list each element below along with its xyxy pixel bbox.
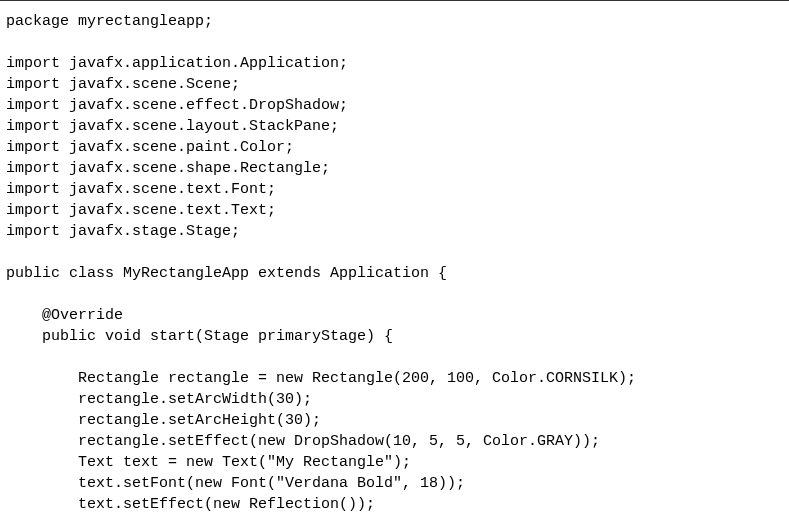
code-block: package myrectangleapp; import javafx.ap… [6, 11, 783, 515]
code-listing: package myrectangleapp; import javafx.ap… [0, 0, 789, 526]
